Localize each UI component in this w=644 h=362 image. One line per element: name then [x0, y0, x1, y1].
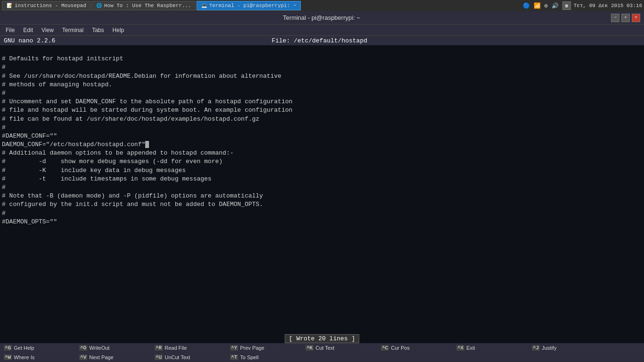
shortcut-read-file: ^R Read File [153, 344, 228, 352]
taskbar-item-chromium[interactable]: 🌐 How To : Use The Raspberr... [91, 1, 196, 10]
mousepad-icon: 📝 [6, 2, 13, 9]
shortcut-next-page: ^V Next Page [77, 353, 153, 362]
system-tray: 🔵 📶 ⚙ 🔊 ▣ [523, 1, 571, 10]
menu-terminal[interactable]: Terminal [58, 26, 87, 34]
bluetooth-icon: 🔵 [523, 2, 530, 9]
taskbar-item-terminal-label: Terminal - pi@raspberrypi: ~ [209, 3, 297, 8]
shortcut-justify: ^J Justify [530, 344, 605, 352]
taskbar-right: 🔵 📶 ⚙ 🔊 ▣ Τετ, 09 Δεκ 2015 03:16 [523, 1, 642, 10]
shortcut-key-readfile: ^R [155, 345, 163, 351]
title-bar: Terminal - pi@raspberrypi: ~ − + × [0, 11, 644, 25]
shortcut-label-justify: Justify [542, 345, 556, 351]
shortcut-label-whereis: Where Is [14, 354, 34, 360]
shortcut-key-curpos: ^C [381, 345, 389, 351]
menu-view[interactable]: View [38, 26, 58, 34]
shortcut-key-uncuttext: ^U [155, 354, 163, 360]
shortcut-label-prevpage: Prev Page [240, 345, 264, 351]
menu-help[interactable]: Help [109, 26, 128, 34]
shortcut-label-curpos: Cur Pos [391, 345, 410, 351]
shortcut-key-tospell: ^T [230, 354, 238, 360]
taskbar: 📝 instructions - Mousepad 🌐 How To : Use… [0, 0, 644, 11]
terminal-icon: 💻 [201, 2, 207, 9]
close-button[interactable]: × [632, 14, 640, 22]
shortcut-label-nextpage: Next Page [89, 354, 113, 360]
editor-content: # Defaults for hostapd initscript # # Se… [2, 55, 292, 225]
shortcut-label-readfile: Read File [165, 345, 187, 351]
shortcut-key-exit: ^X [456, 345, 464, 351]
shortcuts-bar: ^G Get Help ^O WriteOut ^R Read File ^Y … [0, 343, 644, 362]
window-title: Terminal - pi@raspberrypi: ~ [32, 14, 611, 21]
shortcut-to-spell: ^T To Spell [228, 353, 304, 362]
shortcut-exit: ^X Exit [454, 344, 530, 352]
shortcut-cur-pos: ^C Cur Pos [379, 344, 454, 352]
maximize-button[interactable]: + [621, 14, 630, 22]
menu-file[interactable]: File [2, 26, 18, 34]
nano-header: GNU nano 2.2.6 File: /etc/default/hostap… [0, 36, 644, 45]
editor-area[interactable]: # Defaults for hostapd initscript # # Se… [0, 45, 644, 334]
shortcut-where-is: ^W Where Is [2, 353, 77, 362]
terminal-tray-icon: ▣ [562, 1, 571, 10]
status-bar: [ Wrote 20 lines ] [0, 334, 644, 343]
minimize-button[interactable]: − [611, 14, 619, 22]
shortcut-key-gethelp: ^G [4, 345, 12, 351]
nano-version: GNU nano 2.2.6 [4, 37, 55, 44]
shortcut-key-whereis: ^W [4, 354, 12, 360]
shortcut-key-cuttext: ^K [305, 345, 314, 351]
wifi-icon: 📶 [534, 2, 541, 9]
clock: Τετ, 09 Δεκ 2015 03:16 [574, 3, 642, 8]
shortcut-writeout: ^O WriteOut [77, 344, 153, 352]
shortcut-key-prevpage: ^Y [230, 345, 238, 351]
window-controls: − + × [611, 14, 640, 22]
volume-icon: 🔊 [552, 2, 559, 9]
menu-bar: File Edit View Terminal Tabs Help [0, 25, 644, 36]
taskbar-item-terminal[interactable]: 💻 Terminal - pi@raspberrypi: ~ [197, 1, 301, 10]
taskbar-item-mousepad[interactable]: 📝 instructions - Mousepad [2, 1, 91, 10]
shortcut-uncut-text: ^U UnCut Text [153, 353, 228, 362]
shortcut-label-cuttext: Cut Text [315, 345, 334, 351]
status-message: [ Wrote 20 lines ] [285, 334, 359, 343]
chromium-icon: 🌐 [96, 2, 102, 9]
settings-icon: ⚙ [545, 2, 548, 9]
shortcut-label-writeout: WriteOut [89, 345, 109, 351]
shortcut-label-gethelp: Get Help [14, 345, 34, 351]
shortcut-get-help: ^G Get Help [2, 344, 77, 352]
terminal-window: Terminal - pi@raspberrypi: ~ − + × File … [0, 11, 644, 362]
shortcut-key-nextpage: ^V [79, 354, 87, 360]
shortcut-label-tospell: To Spell [240, 354, 258, 360]
shortcut-key-writeout: ^O [79, 345, 87, 351]
shortcut-label-exit: Exit [466, 345, 475, 351]
shortcut-key-justify: ^J [532, 345, 540, 351]
taskbar-item-chromium-label: How To : Use The Raspberr... [104, 3, 191, 8]
shortcut-label-uncuttext: UnCut Text [165, 354, 190, 360]
shortcut-prev-page: ^Y Prev Page [228, 344, 304, 352]
nano-filename: File: /etc/default/hostapd [272, 37, 367, 44]
menu-edit[interactable]: Edit [19, 26, 37, 34]
taskbar-left: 📝 instructions - Mousepad 🌐 How To : Use… [2, 1, 301, 10]
taskbar-item-mousepad-label: instructions - Mousepad [15, 3, 86, 8]
shortcut-cut-text: ^K Cut Text [304, 344, 379, 352]
menu-tabs[interactable]: Tabs [88, 26, 107, 34]
